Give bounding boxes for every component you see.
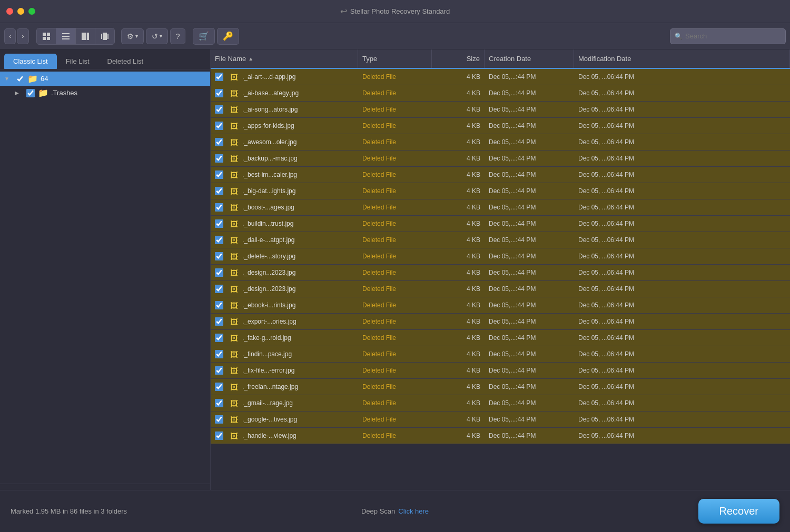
close-button[interactable] <box>6 8 13 15</box>
table-row[interactable]: 🖼 ._ai-base...ategy.jpg Deleted File 4 K… <box>211 85 790 102</box>
file-checkbox[interactable] <box>215 350 223 358</box>
history-button[interactable]: ↺ ▾ <box>146 28 168 44</box>
nav-buttons: ‹ › <box>4 28 29 44</box>
tree-toggle-64[interactable]: ▼ <box>4 76 13 82</box>
settings-button[interactable]: ⚙ ▾ <box>121 28 144 44</box>
file-checkbox[interactable] <box>215 415 223 424</box>
col-header-type[interactable]: Type <box>358 49 432 68</box>
file-checkbox[interactable] <box>215 122 223 130</box>
table-row[interactable]: 🖼 ._design...2023.jpg Deleted File 4 KB … <box>211 281 790 297</box>
sidebar-horizontal-scrollbar[interactable] <box>0 484 210 490</box>
file-checkbox[interactable] <box>215 399 223 407</box>
table-row[interactable]: 🖼 ._apps-for-kids.jpg Deleted File 4 KB … <box>211 118 790 134</box>
table-row[interactable]: 🖼 ._ai-art-...d-app.jpg Deleted File 4 K… <box>211 69 790 85</box>
table-row[interactable]: 🖼 ._delete-...story.jpg Deleted File 4 K… <box>211 248 790 265</box>
tree-checkbox-trashes[interactable] <box>26 89 35 97</box>
file-checkbox[interactable] <box>215 187 223 195</box>
cart-button[interactable]: 🛒 <box>193 28 215 45</box>
file-creation-cell: Dec 05,...:44 PM <box>485 429 574 443</box>
file-type-cell: Deleted File <box>358 331 432 345</box>
file-checkbox[interactable] <box>215 203 223 212</box>
file-checkbox[interactable] <box>215 236 223 244</box>
table-row[interactable]: 🖼 ._fix-file...-error.jpg Deleted File 4… <box>211 363 790 379</box>
file-creation-cell: Dec 05,...:44 PM <box>485 217 574 230</box>
file-name-cell: 🖼 ._freelan...ntage.jpg <box>211 379 358 395</box>
tree-checkbox-64[interactable] <box>16 75 24 83</box>
table-row[interactable]: 🖼 ._dall-e-...atgpt.jpg Deleted File 4 K… <box>211 232 790 248</box>
table-row[interactable]: 🖼 ._big-dat...ights.jpg Deleted File 4 K… <box>211 183 790 199</box>
help-button[interactable]: ? <box>170 28 186 44</box>
table-row[interactable]: 🖼 ._awesom...oler.jpg Deleted File 4 KB … <box>211 134 790 150</box>
table-row[interactable]: 🖼 ._ai-song...ators.jpg Deleted File 4 K… <box>211 102 790 118</box>
file-checkbox[interactable] <box>215 138 223 146</box>
file-checkbox[interactable] <box>215 89 223 97</box>
table-row[interactable]: 🖼 ._fake-g...roid.jpg Deleted File 4 KB … <box>211 330 790 346</box>
nav-forward-button[interactable]: › <box>17 28 28 44</box>
tree-toggle-trashes[interactable]: ▶ <box>15 90 23 96</box>
svg-rect-6 <box>62 38 70 39</box>
table-row[interactable]: 🖼 ._findin...pace.jpg Deleted File 4 KB … <box>211 346 790 363</box>
key-button[interactable]: 🔑 <box>217 28 239 45</box>
col-header-name[interactable]: File Name ▲ <box>211 49 358 68</box>
table-row[interactable]: 🖼 ._design...2023.jpg Deleted File 4 KB … <box>211 265 790 281</box>
tab-deleted-list[interactable]: Deleted List <box>98 54 153 69</box>
search-input[interactable] <box>685 32 781 40</box>
view-columns-button[interactable] <box>76 28 95 44</box>
table-row[interactable]: 🖼 ._google-...tives.jpg Deleted File 4 K… <box>211 411 790 428</box>
file-size-cell: 4 KB <box>432 217 485 230</box>
table-row[interactable]: 🖼 ._buildin...trust.jpg Deleted File 4 K… <box>211 216 790 232</box>
file-type-cell: Deleted File <box>358 184 432 198</box>
file-name-text: ._fix-file...-error.jpg <box>242 367 294 374</box>
file-checkbox[interactable] <box>215 170 223 179</box>
table-row[interactable]: 🖼 ._gmail-...rage.jpg Deleted File 4 KB … <box>211 395 790 411</box>
col-header-creation[interactable]: Creation Date <box>485 49 574 68</box>
table-row[interactable]: 🖼 ._boost-...ages.jpg Deleted File 4 KB … <box>211 199 790 216</box>
tab-file-list[interactable]: File List <box>57 54 98 69</box>
file-checkbox[interactable] <box>215 383 223 391</box>
table-row[interactable]: 🖼 ._export-...ories.jpg Deleted File 4 K… <box>211 314 790 330</box>
svg-rect-12 <box>107 34 108 39</box>
file-icon: 🖼 <box>229 137 239 147</box>
table-row[interactable]: 🖼 ._ebook-i...rints.jpg Deleted File 4 K… <box>211 297 790 314</box>
tab-classic-list[interactable]: Classic List <box>4 54 57 69</box>
col-header-modification[interactable]: Modification Date <box>574 49 790 68</box>
nav-back-button[interactable]: ‹ <box>4 28 16 44</box>
view-grid-button[interactable] <box>37 28 56 44</box>
file-checkbox[interactable] <box>215 154 223 163</box>
file-checkbox[interactable] <box>215 219 223 228</box>
file-type-cell: Deleted File <box>358 429 432 443</box>
view-filmstrip-button[interactable] <box>95 28 114 44</box>
sidebar-item-64[interactable]: ▼ 📁 64 <box>0 72 210 86</box>
view-list-button[interactable] <box>56 28 76 44</box>
recover-button[interactable]: Recover <box>698 499 779 524</box>
file-checkbox[interactable] <box>215 252 223 260</box>
click-here-link[interactable]: Click here <box>398 507 429 515</box>
minimize-button[interactable] <box>17 8 24 15</box>
file-checkbox[interactable] <box>215 334 223 342</box>
file-checkbox[interactable] <box>215 301 223 309</box>
file-type-cell: Deleted File <box>358 152 432 165</box>
file-modification-cell: Dec 05, ...06:44 PM <box>574 200 790 214</box>
file-checkbox[interactable] <box>215 105 223 114</box>
sidebar-item-trashes[interactable]: ▶ 📁 .Trashes <box>0 86 210 100</box>
table-row[interactable]: 🖼 ._best-im...caler.jpg Deleted File 4 K… <box>211 167 790 183</box>
file-checkbox[interactable] <box>215 317 223 326</box>
table-row[interactable]: 🖼 ._freelan...ntage.jpg Deleted File 4 K… <box>211 379 790 395</box>
file-checkbox[interactable] <box>215 431 223 440</box>
maximize-button[interactable] <box>28 8 35 15</box>
file-checkbox[interactable] <box>215 285 223 293</box>
file-checkbox[interactable] <box>215 366 223 375</box>
table-row[interactable]: 🖼 ._backup...-mac.jpg Deleted File 4 KB … <box>211 150 790 167</box>
file-modification-cell: Dec 05, ...06:44 PM <box>574 266 790 279</box>
file-creation-cell: Dec 05,...:44 PM <box>485 364 574 377</box>
file-creation-cell: Dec 05,...:44 PM <box>485 347 574 361</box>
col-header-size[interactable]: Size <box>432 49 485 68</box>
file-size-cell: 4 KB <box>432 119 485 133</box>
file-checkbox[interactable] <box>215 268 223 277</box>
file-size-cell: 4 KB <box>432 86 485 100</box>
file-list-header: File Name ▲ Type Size Creation Date Modi… <box>211 49 790 69</box>
file-checkbox[interactable] <box>215 73 223 81</box>
table-row[interactable]: 🖼 ._handle-...view.jpg Deleted File 4 KB… <box>211 428 790 444</box>
file-name-cell: 🖼 ._fake-g...roid.jpg <box>211 330 358 346</box>
file-name-cell: 🖼 ._ai-base...ategy.jpg <box>211 85 358 101</box>
